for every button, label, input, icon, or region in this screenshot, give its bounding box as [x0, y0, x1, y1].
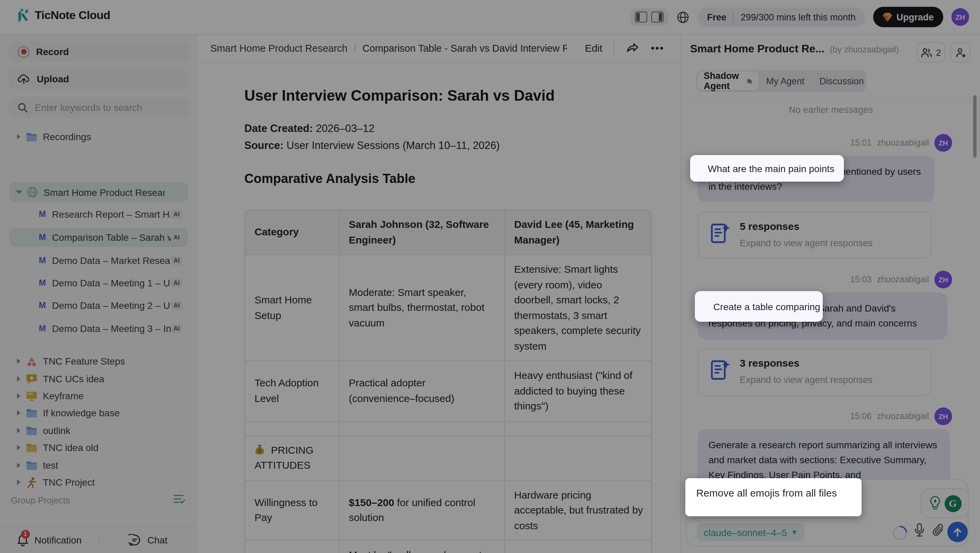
highlighted-text: What are the main pain points — [708, 163, 834, 174]
highlight-box-pain-points: What are the main pain points — [690, 155, 844, 182]
highlighted-text: Create a table comparing — [713, 301, 820, 312]
highlight-box-draft-input[interactable]: Remove all emojis from all files — [685, 478, 862, 516]
draft-input-text: Remove all emojis from all files — [696, 487, 837, 499]
highlight-box-create-table: Create a table comparing — [695, 291, 823, 322]
dim-overlay — [0, 0, 980, 553]
